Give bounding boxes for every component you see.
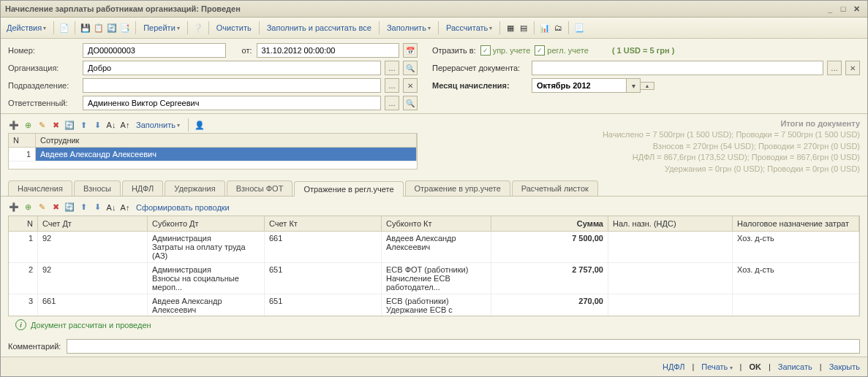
calendar-icon[interactable]: 📅 xyxy=(403,43,418,58)
refresh-icon[interactable]: 🔄 xyxy=(64,119,75,131)
window-title: Начисление зарплаты работникам организац… xyxy=(5,4,241,13)
fill-menu[interactable]: Заполнить xyxy=(384,22,434,34)
ent-refresh-icon[interactable]: 🔄 xyxy=(64,202,75,213)
tab-0[interactable]: Начисления xyxy=(8,180,72,196)
tool-icon-4[interactable]: 🗂 xyxy=(552,22,564,34)
col-header[interactable]: Сумма xyxy=(491,216,608,231)
close-button[interactable]: Закрыть xyxy=(829,362,860,371)
edit-icon[interactable]: ✎ xyxy=(36,119,48,131)
mid-section: ➕ ⊕ ✎ ✖ 🔄 ⬆ ⬇ A↓ A↑ Заполнить 👤 N Сотруд… xyxy=(1,114,867,176)
resp-select-icon[interactable]: … xyxy=(385,96,399,110)
col-header[interactable]: Субконто Дт xyxy=(148,216,265,231)
emp-row[interactable]: 1Авдеев Александр Алексеевич xyxy=(9,148,417,161)
tab-7[interactable]: Расчетный листок xyxy=(512,180,598,196)
help-icon[interactable]: ❔ xyxy=(192,22,204,34)
month-dropdown-icon[interactable]: ▾ xyxy=(626,78,641,93)
entries-grid[interactable]: NСчет ДтСубконто ДтСчет КтСубконто КтСум… xyxy=(8,216,860,316)
repost-icon[interactable]: 🔄 xyxy=(106,22,118,34)
footer: НДФЛ| Печать| OK| Записать| Закрыть xyxy=(1,357,867,376)
dept-input[interactable] xyxy=(83,78,381,93)
ent-sortasc-icon[interactable]: A↓ xyxy=(105,202,117,213)
org-open-icon[interactable]: 🔍 xyxy=(403,61,418,75)
col-header[interactable]: Счет Дт xyxy=(38,216,148,231)
emp-fill-menu[interactable]: Заполнить xyxy=(133,119,183,131)
resp-open-icon[interactable]: 🔍 xyxy=(403,96,418,110)
month-input[interactable] xyxy=(532,78,627,93)
clear-button[interactable]: Очистить xyxy=(214,22,254,34)
basedon-icon[interactable]: 📑 xyxy=(119,22,131,34)
col-header[interactable]: Субконто Кт xyxy=(382,216,491,231)
org-label: Организация: xyxy=(8,64,78,72)
tab-4[interactable]: Взносы ФОТ xyxy=(227,180,293,196)
person-icon[interactable]: 👤 xyxy=(194,119,205,131)
ent-delete-icon[interactable]: ✖ xyxy=(50,202,61,213)
tool-icon-1[interactable]: ▦ xyxy=(505,22,516,34)
table-row[interactable]: 192АдминистрацияЗатраты на оплату труда … xyxy=(9,232,859,263)
totals-line: Удержания = 0грн (0 USD); Проводки = 0гр… xyxy=(425,164,860,175)
recalc-clear-icon[interactable]: ✕ xyxy=(845,61,860,75)
delete-icon[interactable]: ✖ xyxy=(50,119,61,131)
month-up-icon[interactable]: ▲ xyxy=(640,82,654,90)
save-icon[interactable]: 💾 xyxy=(80,22,91,34)
ent-up-icon[interactable]: ⬆ xyxy=(78,202,89,213)
tool-icon-5[interactable]: 📃 xyxy=(573,22,585,34)
date-input[interactable] xyxy=(257,43,400,58)
new-icon[interactable]: 📄 xyxy=(59,22,70,34)
col-header[interactable]: Налоговое назначение затрат xyxy=(733,216,859,231)
resp-input[interactable] xyxy=(83,96,381,110)
col-header[interactable]: Счет Кт xyxy=(265,216,382,231)
goto-menu[interactable]: Перейти xyxy=(140,22,183,34)
post-icon[interactable]: 📋 xyxy=(93,22,105,34)
month-label: Месяц начисления: xyxy=(432,81,527,90)
org-input[interactable] xyxy=(83,61,381,75)
add-copy-icon[interactable]: ⊕ xyxy=(22,119,34,131)
tool-icon-3[interactable]: 📊 xyxy=(539,22,551,34)
up-icon[interactable]: ⬆ xyxy=(78,119,89,131)
print-button[interactable]: Печать xyxy=(701,362,732,371)
sort-asc-icon[interactable]: A↓ xyxy=(105,119,117,131)
actions-menu[interactable]: Действия xyxy=(4,22,49,34)
emp-toolbar: ➕ ⊕ ✎ ✖ 🔄 ⬆ ⬇ A↓ A↑ Заполнить 👤 xyxy=(8,117,418,133)
tool-icon-2[interactable]: ▤ xyxy=(518,22,529,34)
status-bar: i Документ рассчитан и проведен xyxy=(8,316,860,333)
chk-upr[interactable]: ✓упр. учете xyxy=(480,45,531,56)
employee-grid[interactable]: N Сотрудник 1Авдеев Александр Алексеевич xyxy=(8,133,418,170)
tab-5[interactable]: Отражение в регл.учете xyxy=(294,181,403,197)
number-input[interactable] xyxy=(83,43,226,58)
ent-sortdesc-icon[interactable]: A↑ xyxy=(119,202,131,213)
tab-3[interactable]: Удержания xyxy=(165,180,224,196)
from-label: от: xyxy=(242,46,252,55)
fill-calc-all-button[interactable]: Заполнить и рассчитать все xyxy=(264,22,374,34)
minimize-icon[interactable]: _ xyxy=(823,4,837,13)
org-select-icon[interactable]: … xyxy=(385,61,399,75)
ok-button[interactable]: OK xyxy=(749,362,761,371)
calc-menu[interactable]: Рассчитать xyxy=(443,22,495,34)
chk-regl[interactable]: ✓регл. учете xyxy=(535,45,589,56)
sort-desc-icon[interactable]: A↑ xyxy=(119,119,131,131)
close-icon[interactable]: ✕ xyxy=(850,4,863,14)
table-row[interactable]: 3661Авдеев Александр Алексеевич651ЕСВ (р… xyxy=(9,294,859,316)
down-icon[interactable]: ⬇ xyxy=(91,119,103,131)
tab-1[interactable]: Взносы xyxy=(74,180,121,196)
form-entries-button[interactable]: Сформировать проводки xyxy=(133,202,233,213)
recalc-input[interactable] xyxy=(532,61,823,75)
comment-input[interactable] xyxy=(67,339,860,354)
save-button[interactable]: Записать xyxy=(778,362,812,371)
maximize-icon[interactable]: □ xyxy=(837,4,850,13)
ent-edit-icon[interactable]: ✎ xyxy=(36,202,48,213)
tab-6[interactable]: Отражение в упр.учете xyxy=(405,180,510,196)
table-row[interactable]: 292АдминистрацияВзносы на социальные мер… xyxy=(9,263,859,294)
col-header[interactable]: N xyxy=(9,216,38,231)
resp-label: Ответственный: xyxy=(8,99,78,107)
dept-select-icon[interactable]: … xyxy=(385,78,399,93)
ent-down-icon[interactable]: ⬇ xyxy=(91,202,103,213)
ent-add-icon[interactable]: ➕ xyxy=(8,202,20,213)
col-header[interactable]: Нал. назн. (НДС) xyxy=(608,216,733,231)
tab-2[interactable]: НДФЛ xyxy=(122,180,163,196)
recalc-select-icon[interactable]: … xyxy=(827,61,842,75)
dept-clear-icon[interactable]: ✕ xyxy=(403,78,418,93)
add-icon[interactable]: ➕ xyxy=(8,119,20,131)
ent-addcopy-icon[interactable]: ⊕ xyxy=(22,202,34,213)
totals-line: Взносов = 270грн (54 USD); Проводки = 27… xyxy=(425,141,860,152)
ndfl-button[interactable]: НДФЛ xyxy=(663,362,684,371)
